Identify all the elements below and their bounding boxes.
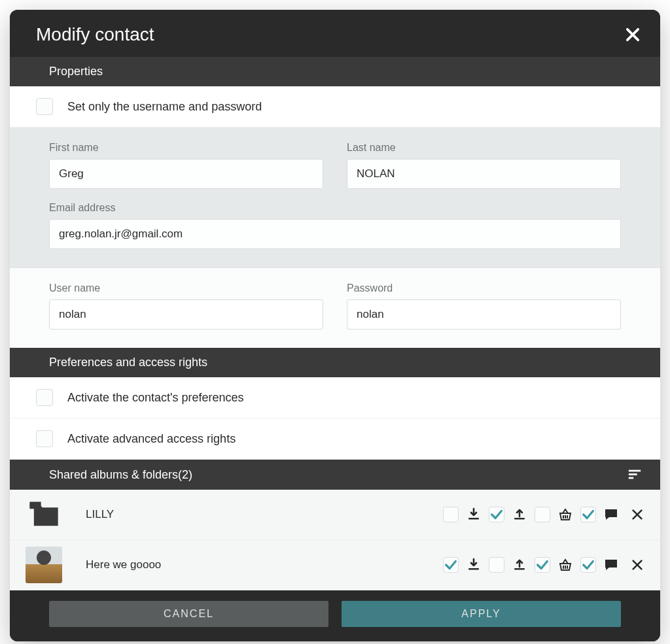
section-shared-header: Shared albums & folders(2) xyxy=(10,460,660,490)
perm-checkbox[interactable] xyxy=(580,557,596,573)
photo-thumbnail xyxy=(26,547,62,583)
row-activate-prefs: Activate the contact's preferences xyxy=(10,377,660,418)
remove-share-icon[interactable] xyxy=(630,558,644,572)
cancel-button[interactable]: CANCEL xyxy=(49,601,328,627)
share-permissions xyxy=(443,556,644,573)
first-name-label: First name xyxy=(49,142,323,154)
credentials-panel: User name Password xyxy=(10,268,660,348)
checkbox-activate-advanced[interactable] xyxy=(36,430,53,447)
close-icon[interactable] xyxy=(624,25,642,44)
email-label: Email address xyxy=(49,202,621,214)
remove-share-icon[interactable] xyxy=(630,507,644,522)
row-activate-advanced: Activate advanced access rights xyxy=(10,418,660,460)
label-activate-advanced: Activate advanced access rights xyxy=(67,432,236,446)
checkbox-activate-prefs[interactable] xyxy=(36,389,53,406)
section-prefs-title: Preferences and access rights xyxy=(49,356,207,369)
svg-rect-7 xyxy=(514,518,525,520)
svg-rect-4 xyxy=(629,477,633,479)
share-row: LILLY xyxy=(10,490,660,540)
download-icon xyxy=(465,556,482,573)
perm-checkbox[interactable] xyxy=(443,557,459,573)
folder-icon xyxy=(26,496,62,533)
last-name-label: Last name xyxy=(347,142,621,154)
perm-checkbox[interactable] xyxy=(535,557,550,573)
first-name-input[interactable] xyxy=(49,159,323,189)
download-icon xyxy=(465,506,482,523)
comment-icon xyxy=(603,506,620,523)
section-properties-header: Properties xyxy=(10,57,660,86)
comment-icon xyxy=(603,556,620,573)
upload-icon xyxy=(511,556,528,573)
svg-rect-3 xyxy=(629,473,637,475)
svg-rect-13 xyxy=(468,568,479,570)
section-properties-title: Properties xyxy=(49,65,103,78)
svg-rect-6 xyxy=(468,518,479,520)
dialog-footer: CANCEL APPLY xyxy=(10,590,660,641)
username-input[interactable] xyxy=(49,299,323,330)
name-email-panel: First name Last name Email address xyxy=(10,127,660,268)
password-input[interactable] xyxy=(347,299,621,330)
svg-rect-14 xyxy=(514,568,525,570)
email-input[interactable] xyxy=(49,219,621,249)
dialog-title: Modify contact xyxy=(36,24,154,45)
share-list: LILLYHere we goooo xyxy=(10,490,660,590)
label-only-username: Set only the username and password xyxy=(67,100,262,114)
username-label: User name xyxy=(49,282,323,294)
sort-icon[interactable] xyxy=(627,467,642,482)
basket-icon xyxy=(557,556,574,573)
share-row: Here we goooo xyxy=(10,540,660,590)
perm-checkbox[interactable] xyxy=(443,507,459,522)
last-name-input[interactable] xyxy=(347,159,621,189)
share-item-name: Here we goooo xyxy=(74,558,431,571)
perm-checkbox[interactable] xyxy=(489,557,504,573)
password-label: Password xyxy=(347,282,621,294)
dialog-header: Modify contact xyxy=(10,10,660,57)
share-item-name: LILLY xyxy=(74,508,431,521)
section-prefs-header: Preferences and access rights xyxy=(10,348,660,377)
svg-rect-5 xyxy=(29,502,41,507)
checkbox-only-username[interactable] xyxy=(36,98,53,115)
basket-icon xyxy=(557,506,574,523)
upload-icon xyxy=(511,506,528,523)
apply-button[interactable]: APPLY xyxy=(342,601,621,627)
row-only-username: Set only the username and password xyxy=(10,86,660,127)
svg-rect-2 xyxy=(629,470,641,472)
modify-contact-dialog: Modify contact Properties Set only the u… xyxy=(10,10,660,641)
section-shared-title: Shared albums & folders(2) xyxy=(49,468,192,482)
label-activate-prefs: Activate the contact's preferences xyxy=(67,391,244,405)
share-permissions xyxy=(443,506,644,523)
perm-checkbox[interactable] xyxy=(489,507,504,522)
perm-checkbox[interactable] xyxy=(580,507,596,522)
perm-checkbox[interactable] xyxy=(535,507,550,522)
